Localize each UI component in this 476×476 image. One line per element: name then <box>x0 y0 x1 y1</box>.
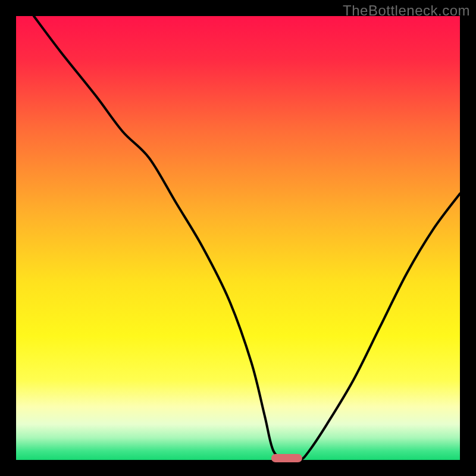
chart-frame: TheBottleneck.com <box>0 0 476 476</box>
watermark-text: TheBottleneck.com <box>343 2 470 19</box>
optimal-marker <box>271 454 302 462</box>
bottleneck-curve <box>16 16 460 460</box>
plot-area <box>16 16 460 460</box>
